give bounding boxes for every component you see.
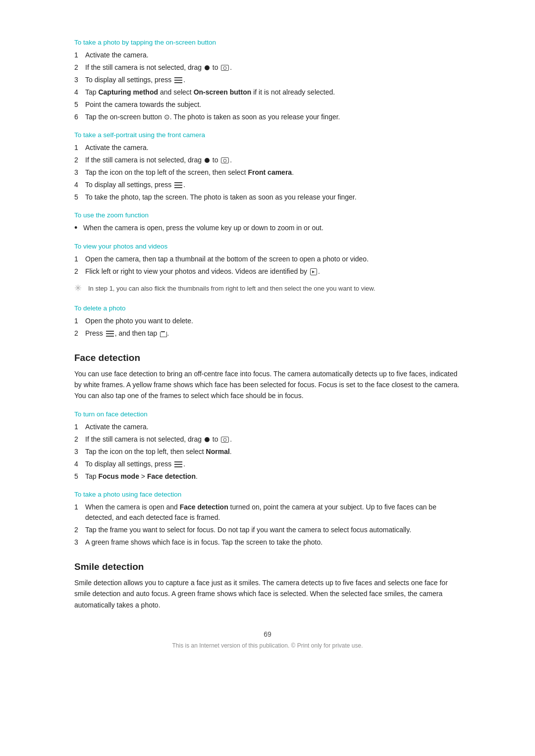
list-item: 4 To display all settings, press . (74, 180, 461, 190)
menu-icon (174, 182, 182, 188)
play-icon (310, 268, 317, 275)
heading-onscreen-photo: To take a photo by tapping the on-screen… (74, 39, 461, 46)
list-item: 2 If the still camera is not selected, d… (74, 434, 461, 445)
list-item: 5 Point the camera towards the subject. (74, 100, 461, 110)
list-item: 1 When the camera is open and Face detec… (74, 502, 461, 523)
camera-icon (221, 65, 229, 71)
title-face-detection: Face detection (74, 353, 461, 363)
list-item: 4 To display all settings, press . (74, 459, 461, 469)
list-item: 2 If the still camera is not selected, d… (74, 62, 461, 73)
steps-view-photos: 1 Open the camera, then tap a thumbnail … (74, 254, 461, 277)
camera-icon (221, 437, 229, 443)
list-item: 1 Open the camera, then tap a thumbnail … (74, 254, 461, 264)
page-footer: 69 This is an Internet version of this p… (74, 630, 461, 659)
list-item: • When the camera is open, press the vol… (74, 223, 461, 234)
menu-icon (174, 461, 182, 467)
list-item: 3 A green frame shows which face is in f… (74, 537, 461, 548)
list-item: 5 To take the photo, tap the screen. The… (74, 192, 461, 202)
circle-icon (205, 65, 210, 70)
list-item: 4 Tap Capturing method and select On-scr… (74, 87, 461, 98)
list-item: 1 Activate the camera. (74, 143, 461, 153)
list-item: 2 Tap the frame you want to select for f… (74, 525, 461, 535)
page-number: 69 (74, 630, 461, 638)
menu-icon (106, 331, 114, 337)
tip-icon: ✳ (74, 283, 88, 294)
heading-zoom: To use the zoom function (74, 211, 461, 219)
list-item: 3 To display all settings, press . (74, 75, 461, 85)
list-item: 6 Tap the on-screen button ⊙. The photo … (74, 112, 461, 122)
menu-icon (174, 77, 182, 83)
heading-delete-photo: To delete a photo (74, 304, 461, 312)
heading-self-portrait: To take a self-portrait using the front … (74, 131, 461, 139)
list-item: 2 Flick left or right to view your photo… (74, 266, 461, 277)
list-item: 1 Activate the camera. (74, 50, 461, 60)
list-item: 3 Tap the icon on the top left of the sc… (74, 167, 461, 178)
list-item: 5 Tap Focus mode > Face detection. (74, 471, 461, 482)
title-smile-detection: Smile detection (74, 561, 461, 572)
list-item: 1 Open the photo you want to delete. (74, 316, 461, 326)
list-item: 2 If the still camera is not selected, d… (74, 155, 461, 165)
steps-onscreen-photo: 1 Activate the camera. 2 If the still ca… (74, 50, 461, 122)
camera-icon (221, 157, 229, 163)
body-face-detection: You can use face detection to bring an o… (74, 368, 461, 402)
circle-icon (205, 158, 210, 163)
tip-view-photos: ✳ In step 1, you can also flick the thum… (74, 282, 461, 296)
list-item: 3 Tap the icon on the top left, then sel… (74, 447, 461, 457)
list-item: 1 Activate the camera. (74, 422, 461, 432)
heading-turn-on-face-detection: To turn on face detection (74, 410, 461, 418)
steps-self-portrait: 1 Activate the camera. 2 If the still ca… (74, 143, 461, 202)
steps-turn-on-face-detection: 1 Activate the camera. 2 If the still ca… (74, 422, 461, 482)
bullets-zoom: • When the camera is open, press the vol… (74, 223, 461, 234)
body-smile-detection: Smile detection allows you to capture a … (74, 577, 461, 610)
steps-take-photo-face-detection: 1 When the camera is open and Face detec… (74, 502, 461, 548)
heading-take-photo-face-detection: To take a photo using face detection (74, 491, 461, 498)
trash-icon (160, 330, 166, 337)
circle-icon (205, 437, 210, 442)
list-item: 2 Press , and then tap . (74, 328, 461, 339)
page-content: To take a photo by tapping the on-screen… (74, 20, 461, 669)
tip-text: In step 1, you can also flick the thumbn… (88, 284, 375, 294)
heading-view-photos: To view your photos and videos (74, 243, 461, 250)
steps-delete-photo: 1 Open the photo you want to delete. 2 P… (74, 316, 461, 339)
footer-note: This is an Internet version of this publ… (74, 642, 461, 649)
